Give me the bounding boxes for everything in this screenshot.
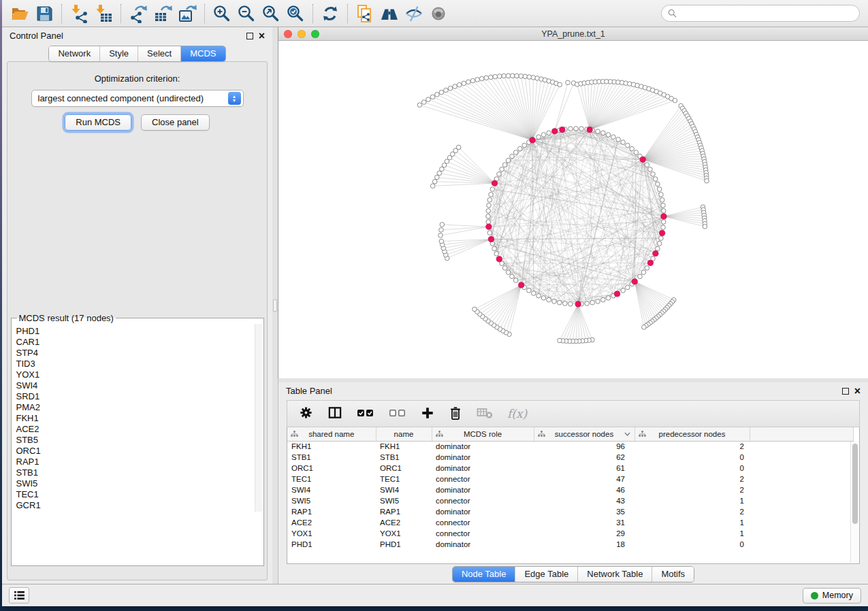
show-all-button[interactable] (426, 2, 451, 25)
graph-leaf-node[interactable] (456, 145, 461, 150)
import-network-button[interactable] (67, 2, 91, 25)
refresh-button[interactable] (318, 2, 342, 25)
mcds-result-item[interactable]: SRD1 (16, 391, 262, 402)
close-panel-icon[interactable]: × (259, 33, 265, 39)
graph-leaf-node[interactable] (511, 73, 515, 78)
table-row[interactable]: ORC1ORC1dominator610 (287, 463, 854, 474)
graph-hub-node[interactable] (660, 231, 665, 236)
graph-ring-node[interactable] (486, 220, 491, 225)
mcds-result-item[interactable]: TEC1 (16, 489, 262, 500)
graph-ring-node[interactable] (494, 252, 499, 257)
graph-ring-node[interactable] (500, 167, 504, 172)
graph-ring-node[interactable] (590, 300, 595, 305)
zoom-in-button[interactable] (210, 2, 234, 25)
graph-hub-node[interactable] (575, 301, 581, 307)
graph-leaf-node[interactable] (444, 88, 449, 93)
column-header-name[interactable]: name (376, 427, 432, 441)
graph-ring-node[interactable] (661, 209, 666, 214)
tab-network[interactable]: Network (49, 46, 99, 61)
task-history-button[interactable] (9, 587, 29, 604)
graph-ring-node[interactable] (630, 146, 634, 151)
mcds-result-item[interactable]: SWI5 (16, 478, 262, 489)
graph-leaf-node[interactable] (497, 74, 502, 79)
column-header-shared-name[interactable]: shared name (287, 427, 376, 441)
mcds-result-item[interactable]: SWI4 (16, 380, 262, 391)
graph-leaf-node[interactable] (515, 73, 519, 78)
float-table-panel-icon[interactable] (842, 388, 849, 395)
graph-hub-node[interactable] (614, 291, 620, 297)
graph-leaf-node[interactable] (435, 175, 440, 180)
mcds-result-item[interactable]: FKH1 (16, 413, 262, 424)
graph-leaf-node[interactable] (502, 73, 507, 78)
graph-ring-node[interactable] (490, 187, 495, 192)
graph-leaf-node[interactable] (470, 78, 475, 83)
graph-leaf-node[interactable] (566, 80, 570, 85)
deselect-all-checkboxes-icon[interactable] (389, 407, 406, 421)
graph-ring-node[interactable] (487, 203, 492, 208)
graph-leaf-node[interactable] (417, 103, 422, 108)
tab-edge-table[interactable]: Edge Table (515, 567, 577, 582)
graph-ring-node[interactable] (626, 285, 630, 290)
graph-leaf-node[interactable] (506, 73, 511, 78)
graph-ring-node[interactable] (659, 193, 664, 197)
export-network-button[interactable] (126, 2, 150, 25)
graph-hub-node[interactable] (640, 156, 645, 162)
graph-ring-node[interactable] (657, 187, 662, 192)
graph-ring-node[interactable] (536, 135, 541, 139)
graph-ring-node[interactable] (502, 163, 507, 167)
graph-ring-node[interactable] (506, 270, 511, 275)
graph-ring-node[interactable] (621, 288, 626, 293)
graph-hub-node[interactable] (653, 250, 658, 256)
graph-hub-node[interactable] (560, 127, 565, 132)
graph-leaf-node[interactable] (484, 76, 489, 80)
graph-hub-node[interactable] (647, 260, 653, 265)
graph-ring-node[interactable] (596, 299, 600, 304)
mcds-result-item[interactable]: PMA2 (16, 402, 262, 413)
graph-leaf-node[interactable] (430, 184, 435, 188)
table-row[interactable]: SWI4SWI4dominator462 (287, 484, 854, 495)
mcds-result-list[interactable]: PHD1CAR1STP4TID3YOX1SWI4SRD1PMA2FKH1ACE2… (16, 326, 262, 511)
graph-ring-node[interactable] (513, 278, 518, 283)
graph-ring-node[interactable] (645, 163, 649, 167)
graph-ring-node[interactable] (486, 214, 491, 219)
graph-ring-node[interactable] (558, 300, 562, 305)
hide-selected-button[interactable] (402, 2, 426, 25)
mcds-result-item[interactable]: ACE2 (16, 424, 262, 435)
graph-leaf-node[interactable] (448, 86, 453, 90)
graph-ring-node[interactable] (660, 198, 664, 203)
search-network-button[interactable] (377, 2, 402, 25)
mcds-result-item[interactable]: ORC1 (16, 446, 262, 457)
graph-ring-node[interactable] (661, 220, 666, 225)
memory-button[interactable]: Memory (803, 588, 861, 604)
graph-hub-node[interactable] (488, 237, 494, 242)
graph-ring-node[interactable] (645, 266, 649, 271)
graph-leaf-node[interactable] (435, 93, 440, 97)
run-mcds-button[interactable]: Run MCDS (65, 114, 131, 131)
graph-ring-node[interactable] (638, 274, 643, 279)
export-table-button[interactable] (150, 2, 175, 25)
table-row[interactable]: FKH1FKH1dominator962 (287, 441, 854, 452)
tab-select[interactable]: Select (138, 46, 180, 61)
zoom-selected-button[interactable] (283, 2, 308, 25)
export-image-button[interactable] (175, 2, 199, 25)
tab-node-table[interactable]: Node Table (453, 567, 515, 582)
graph-ring-node[interactable] (574, 127, 579, 131)
graph-ring-node[interactable] (616, 137, 621, 142)
graph-ring-node[interactable] (547, 297, 551, 302)
graph-hub-node[interactable] (496, 257, 502, 262)
graph-leaf-node[interactable] (479, 76, 484, 81)
graph-hub-node[interactable] (486, 224, 492, 229)
graph-ring-node[interactable] (568, 301, 573, 306)
graph-ring-node[interactable] (656, 182, 660, 186)
graph-leaf-node[interactable] (438, 233, 443, 238)
graph-ring-node[interactable] (579, 127, 584, 131)
table-row[interactable]: PHD1PHD1dominator180 (287, 539, 854, 550)
table-row[interactable]: TEC1TEC1connector472 (287, 474, 854, 484)
graph-hub-node[interactable] (530, 137, 535, 143)
graph-leaf-node[interactable] (439, 239, 444, 244)
zoom-out-button[interactable] (234, 2, 259, 25)
graph-ring-node[interactable] (497, 172, 502, 177)
graph-leaf-node[interactable] (440, 222, 445, 227)
graph-ring-node[interactable] (568, 127, 573, 131)
graph-hub-node[interactable] (661, 214, 666, 219)
